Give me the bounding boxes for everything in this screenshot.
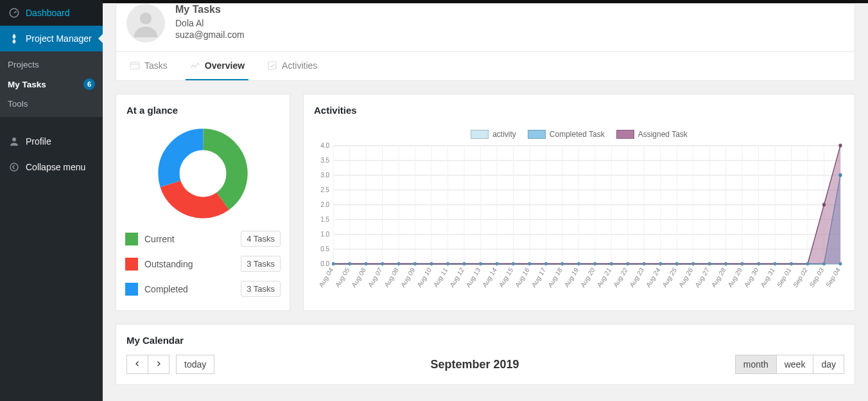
calendar-card: My Calendar today September 2019 month w…: [116, 324, 855, 385]
profile-icon: [8, 135, 21, 148]
svg-text:Aug 24: Aug 24: [645, 266, 661, 289]
calendar-month-title: September 2019: [430, 358, 519, 371]
tab-activities-label: Activities: [282, 60, 317, 71]
tab-tasks[interactable]: Tasks: [125, 52, 171, 80]
overview-icon: [189, 60, 201, 71]
legend-label-outstanding: Outstanding: [144, 259, 193, 269]
svg-point-62: [348, 262, 351, 266]
svg-point-70: [479, 262, 482, 266]
svg-text:3.0: 3.0: [320, 170, 329, 179]
svg-point-76: [577, 262, 580, 266]
legend-box-assigned: [616, 130, 634, 139]
svg-text:Aug 05: Aug 05: [334, 266, 351, 289]
svg-text:0.5: 0.5: [320, 244, 329, 253]
nav-dashboard[interactable]: Dashboard: [0, 0, 103, 26]
svg-point-2: [10, 163, 18, 171]
svg-rect-4: [130, 62, 139, 69]
svg-point-78: [610, 262, 613, 266]
tasks-icon: [129, 60, 141, 71]
legend-count-current[interactable]: 4 Tasks: [241, 231, 281, 247]
calendar-view-switch: month week day: [735, 355, 844, 374]
calendar-view-week[interactable]: week: [776, 355, 814, 374]
svg-point-67: [430, 262, 433, 266]
svg-point-91: [822, 262, 826, 266]
swatch-current: [125, 233, 138, 245]
legend-count-outstanding[interactable]: 3 Tasks: [241, 256, 281, 272]
svg-point-84: [708, 262, 711, 266]
subnav-my-tasks[interactable]: My Tasks 6: [0, 74, 103, 94]
svg-point-94: [822, 203, 826, 207]
tab-overview-label: Overview: [205, 60, 245, 71]
glance-legend: Current 4 Tasks Outstanding 3 Tasks Comp…: [116, 226, 290, 310]
profile-email: suza@gmail.com: [175, 30, 245, 40]
svg-point-95: [838, 144, 842, 148]
tab-activities[interactable]: Activities: [263, 52, 321, 80]
svg-text:0.0: 0.0: [320, 259, 329, 267]
subnav-projects-label: Projects: [8, 60, 39, 69]
activities-card: Activities activity Completed Task Assig…: [303, 94, 855, 311]
legend-label-activity: activity: [492, 130, 516, 139]
svg-text:Aug 15: Aug 15: [498, 266, 514, 289]
nav-collapse-label: Collapse menu: [26, 162, 85, 172]
subnav-tools[interactable]: Tools: [0, 94, 103, 113]
cards-row: At a glance Current 4 Tasks Outstanding …: [116, 94, 855, 311]
main-content: My Tasks Dola Al suza@gmail.com Tasks Ov…: [103, 3, 868, 401]
svg-point-82: [675, 262, 679, 266]
legend-label-completed-task: Completed Task: [550, 130, 605, 139]
swatch-outstanding: [125, 258, 138, 271]
legend-count-completed[interactable]: 3 Tasks: [241, 281, 281, 297]
svg-text:Aug 06: Aug 06: [351, 266, 367, 289]
svg-text:Aug 13: Aug 13: [465, 266, 482, 289]
svg-text:Aug 19: Aug 19: [563, 266, 580, 289]
calendar-nav: [126, 355, 169, 374]
svg-point-77: [593, 262, 596, 266]
svg-point-73: [528, 262, 532, 266]
nav-project-manager[interactable]: Project Manager: [0, 26, 103, 51]
svg-text:3.5: 3.5: [320, 156, 329, 164]
svg-text:Aug 23: Aug 23: [629, 266, 645, 289]
svg-point-81: [659, 262, 662, 266]
subnav-tools-label: Tools: [8, 99, 28, 109]
nav-collapse[interactable]: Collapse menu: [0, 154, 103, 180]
activities-chart: activity Completed Task Assigned Task 0.…: [314, 130, 844, 278]
profile-name: Dola Al: [175, 18, 245, 28]
calendar-next-button[interactable]: [148, 355, 169, 374]
calendar-view-day[interactable]: day: [813, 355, 844, 374]
svg-point-87: [757, 262, 760, 266]
svg-point-80: [643, 262, 646, 266]
donut-chart: [116, 126, 290, 226]
tab-overview[interactable]: Overview: [186, 52, 248, 80]
avatar: [126, 4, 165, 42]
subnav-my-tasks-badge: 6: [83, 78, 95, 90]
svg-text:Aug 07: Aug 07: [367, 266, 383, 289]
at-a-glance-card: At a glance Current 4 Tasks Outstanding …: [116, 94, 290, 311]
chart-legend: activity Completed Task Assigned Task: [314, 130, 844, 139]
calendar-toolbar: today September 2019 month week day: [126, 355, 844, 374]
calendar-view-month[interactable]: month: [735, 355, 777, 374]
svg-point-61: [332, 262, 335, 266]
svg-point-83: [691, 262, 695, 266]
svg-text:Aug 29: Aug 29: [727, 266, 743, 289]
calendar-today-button[interactable]: today: [176, 355, 214, 374]
svg-point-74: [544, 262, 548, 266]
subnav-my-tasks-label: My Tasks: [8, 80, 46, 89]
collapse-icon: [8, 161, 21, 174]
nav-profile[interactable]: Profile: [0, 129, 103, 154]
legend-row-completed: Completed 3 Tasks: [123, 276, 283, 301]
legend-label-assigned-task: Assigned Task: [638, 130, 688, 139]
svg-point-79: [626, 262, 629, 266]
svg-text:Aug 21: Aug 21: [596, 266, 612, 289]
subnav-projects[interactable]: Projects: [0, 55, 103, 74]
svg-text:Aug 25: Aug 25: [661, 266, 678, 289]
svg-point-89: [790, 262, 793, 266]
svg-point-66: [413, 262, 417, 266]
calendar-prev-button[interactable]: [126, 355, 148, 374]
svg-point-85: [724, 262, 727, 266]
svg-point-69: [463, 262, 466, 266]
svg-text:Aug 17: Aug 17: [530, 266, 547, 289]
project-manager-icon: [8, 32, 21, 45]
svg-text:Aug 16: Aug 16: [514, 266, 531, 289]
profile-tabs: Tasks Overview Activities: [116, 51, 855, 80]
activities-title: Activities: [304, 94, 855, 126]
page-title: My Tasks: [175, 4, 245, 15]
